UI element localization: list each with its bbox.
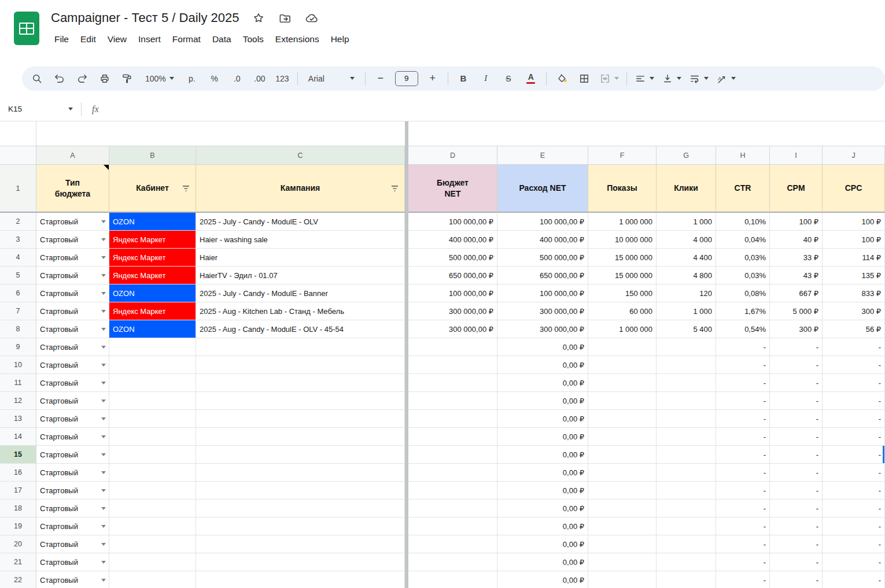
- cell-F17[interactable]: [588, 482, 657, 500]
- name-box[interactable]: K15: [0, 105, 81, 113]
- cell-B17[interactable]: [109, 482, 196, 500]
- dropdown-icon[interactable]: [101, 310, 106, 313]
- font-size-input[interactable]: 9: [395, 71, 418, 86]
- menu-view[interactable]: View: [102, 31, 132, 47]
- cell-H11[interactable]: -: [716, 374, 770, 392]
- cell-C20[interactable]: [196, 535, 405, 553]
- dropdown-icon[interactable]: [101, 220, 106, 223]
- cell-C3[interactable]: Haier - washing sale: [196, 231, 405, 249]
- dropdown-icon[interactable]: [101, 382, 106, 384]
- row-header-12[interactable]: 12: [0, 392, 36, 410]
- header-cell-E[interactable]: Расход NET: [497, 165, 588, 213]
- cell-F7[interactable]: 60 000: [588, 302, 657, 320]
- cell-H15[interactable]: -: [716, 446, 770, 464]
- cell-J20[interactable]: -: [823, 535, 885, 553]
- cell-C18[interactable]: [196, 500, 405, 517]
- cell-H16[interactable]: -: [716, 464, 770, 482]
- col-header-I[interactable]: I: [770, 146, 823, 165]
- decrease-decimal-button[interactable]: .0: [228, 69, 246, 88]
- cell-F14[interactable]: [588, 428, 657, 446]
- cell-F21[interactable]: [588, 553, 657, 571]
- cell-B18[interactable]: [109, 500, 196, 517]
- undo-icon[interactable]: [50, 69, 69, 88]
- cell-F12[interactable]: [588, 392, 657, 410]
- cell-I8[interactable]: 300 ₽: [770, 320, 823, 338]
- cell-C6[interactable]: 2025 - July - Candy - ModulE - Banner: [196, 284, 405, 302]
- cell-D16[interactable]: [408, 464, 497, 482]
- cell-A4[interactable]: Стартовый: [36, 249, 109, 267]
- cell-D22[interactable]: [408, 571, 497, 588]
- row-header-3[interactable]: 3: [0, 231, 36, 249]
- cell-G21[interactable]: [657, 553, 716, 571]
- cell-I11[interactable]: -: [770, 374, 823, 392]
- cell-G18[interactable]: [657, 500, 716, 517]
- cell-I7[interactable]: 5 000 ₽: [770, 302, 823, 320]
- header-cell-G[interactable]: Клики: [657, 165, 716, 213]
- cell-E22[interactable]: 0,00 ₽: [497, 571, 588, 588]
- col-header-F[interactable]: F: [588, 146, 657, 165]
- cell-G9[interactable]: [657, 338, 716, 356]
- cell-D5[interactable]: 650 000,00 ₽: [408, 267, 497, 284]
- cell-J19[interactable]: -: [823, 517, 885, 535]
- cell-G19[interactable]: [657, 517, 716, 535]
- cell-B2[interactable]: OZON: [109, 213, 196, 231]
- cell-E16[interactable]: 0,00 ₽: [497, 464, 588, 482]
- cell-A20[interactable]: Стартовый: [36, 535, 109, 553]
- cell-D4[interactable]: 500 000,00 ₽: [408, 249, 497, 267]
- sheets-logo[interactable]: [14, 12, 39, 45]
- cell-G7[interactable]: 1 000: [657, 302, 716, 320]
- row-header-13[interactable]: 13: [0, 410, 36, 428]
- cell-E11[interactable]: 0,00 ₽: [497, 374, 588, 392]
- cell-F9[interactable]: [588, 338, 657, 356]
- cell-F5[interactable]: 15 000 000: [588, 267, 657, 284]
- row-header-15[interactable]: 15: [0, 446, 36, 464]
- cell-I2[interactable]: 100 ₽: [770, 213, 823, 231]
- cell-C8[interactable]: 2025 - Aug - Candy - ModulE - OLV - 45-5…: [196, 320, 405, 338]
- cell-B13[interactable]: [109, 410, 196, 428]
- paint-format-icon[interactable]: [118, 69, 137, 88]
- cell-C22[interactable]: [196, 571, 405, 588]
- header-cell-D[interactable]: Бюджет NET: [408, 165, 497, 213]
- menu-help[interactable]: Help: [325, 31, 355, 47]
- cell-H17[interactable]: -: [716, 482, 770, 500]
- cell-J17[interactable]: -: [823, 482, 885, 500]
- row-header-6[interactable]: 6: [0, 284, 36, 302]
- cell-F22[interactable]: [588, 571, 657, 588]
- cell-F15[interactable]: [588, 446, 657, 464]
- cell-D7[interactable]: 300 000,00 ₽: [408, 302, 497, 320]
- cell-J13[interactable]: -: [823, 410, 885, 428]
- dropdown-icon[interactable]: [101, 507, 106, 510]
- cell-G16[interactable]: [657, 464, 716, 482]
- row-header-9[interactable]: 9: [0, 338, 36, 356]
- cell-E3[interactable]: 400 000,00 ₽: [497, 231, 588, 249]
- dropdown-icon[interactable]: [101, 453, 106, 456]
- cell-J22[interactable]: -: [823, 571, 885, 588]
- col-header-G[interactable]: G: [657, 146, 716, 165]
- header-cell-C[interactable]: Кампания: [196, 165, 405, 213]
- row-header-2[interactable]: 2: [0, 213, 36, 231]
- cell-C11[interactable]: [196, 374, 405, 392]
- increase-decimal-button[interactable]: .00: [250, 69, 269, 88]
- text-rotation-icon[interactable]: A: [714, 69, 738, 88]
- cell-I12[interactable]: -: [770, 392, 823, 410]
- borders-icon[interactable]: [575, 69, 593, 88]
- row-header-20[interactable]: 20: [0, 535, 36, 553]
- cell-C17[interactable]: [196, 482, 405, 500]
- cell-G8[interactable]: 5 400: [657, 320, 716, 338]
- cell-F18[interactable]: [588, 500, 657, 517]
- dropdown-icon[interactable]: [101, 346, 106, 349]
- menu-file[interactable]: File: [49, 31, 75, 47]
- cell-G17[interactable]: [657, 482, 716, 500]
- cell-B21[interactable]: [109, 553, 196, 571]
- cell-J11[interactable]: -: [823, 374, 885, 392]
- cell-A12[interactable]: Стартовый: [36, 392, 109, 410]
- print-icon[interactable]: [95, 69, 114, 88]
- cell-F11[interactable]: [588, 374, 657, 392]
- cell-E7[interactable]: 300 000,00 ₽: [497, 302, 588, 320]
- cell-G12[interactable]: [657, 392, 716, 410]
- cell-I9[interactable]: -: [770, 338, 823, 356]
- row-header-16[interactable]: 16: [0, 464, 36, 482]
- cell-I4[interactable]: 33 ₽: [770, 249, 823, 267]
- cell-I3[interactable]: 40 ₽: [770, 231, 823, 249]
- cell-G3[interactable]: 4 000: [657, 231, 716, 249]
